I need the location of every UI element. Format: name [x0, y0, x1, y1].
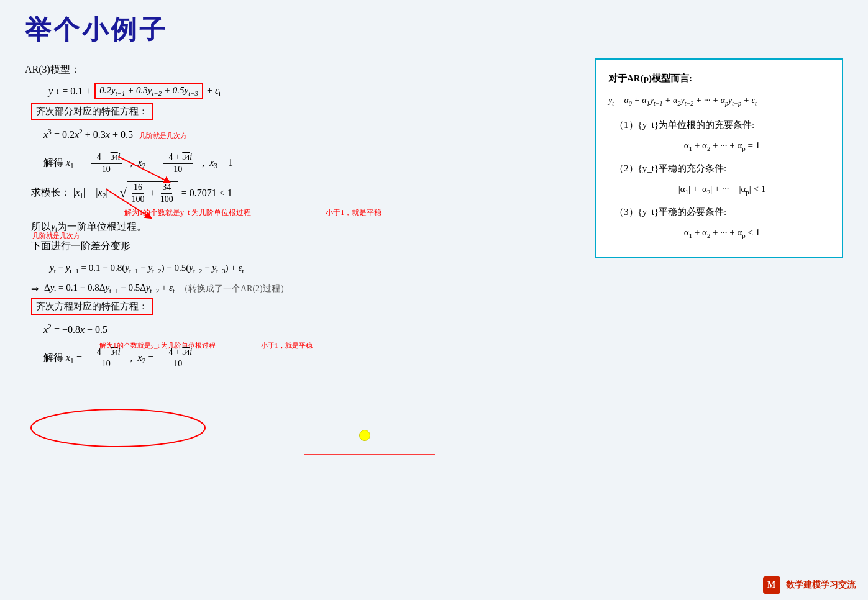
jie-de-label: 解得 x1 = [43, 157, 82, 170]
eq-equals: = 0.1 + [62, 86, 91, 97]
annotation-unit-root: 解为1的个数就是y_t 为几阶单位根过程 [124, 207, 251, 218]
sqrt-content: 16 100 + 34 100 [127, 181, 178, 205]
cond1-label: （1）{y_t}为单位根的的充要条件: [614, 116, 829, 134]
comma1: , x2 = [130, 157, 154, 170]
unit-root-statement: 所以yt为一阶单位根过程。 [31, 220, 576, 234]
right-panel: 对于AR(p)模型而言: yt = α0 + α1yt−1 + α2yt−2 +… [595, 58, 843, 258]
main-equation-row: yt = 0.1 + 0.2yt−1 + 0.3yt−2 + 0.5yt−3 +… [43, 83, 576, 99]
cond3-eq: α1 + α2 + ··· + αp < 1 [614, 224, 829, 242]
char-eq2-red-label: 齐次方程对应的特征方程： [31, 298, 153, 315]
modulus-sqrt: √ 16 100 + 34 100 [120, 181, 178, 205]
equation-start: y [48, 86, 53, 97]
page-title: 举个小例子 [25, 12, 843, 47]
logo-icon: M [763, 576, 780, 594]
left-panel: AR(3)模型： yt = 0.1 + 0.2yt−1 + 0.3yt−2 + … [25, 58, 576, 376]
char-eq2: x2 = −0.8x − 0.5 [43, 319, 576, 340]
frac-16-100: 16 100 [130, 182, 146, 205]
right-title: 对于AR(p)模型而言: [608, 70, 829, 88]
char-eq2-label-row: 齐次方程对应的特征方程： [31, 298, 576, 315]
right-main-eq: yt = α0 + α1yt−1 + α2yt−2 + ··· + αpyt−p… [608, 93, 829, 109]
annotation-stable: 小于1，就是平稳 [326, 207, 381, 218]
x2-num: −4 + 34i [163, 152, 194, 163]
jie-de2-label: 解得 x1 = [43, 352, 82, 365]
right-cond3: （3）{y_t}平稳的必要条件: α1 + α2 + ··· + αp < 1 [614, 203, 829, 242]
x1-fraction: −4 − 34i 10 [91, 152, 122, 175]
annotation-unit-label: 解为1的个数就是y_t 为几阶单位根过程 [99, 341, 216, 350]
cond2-eq: |α1| + |α2| + ··· + |αp| < 1 [614, 180, 829, 199]
frac-34-100: 34 100 [159, 182, 175, 205]
arrow-symbol: ⇒ [31, 283, 39, 294]
logo-text: 数学建模学习交流 [786, 580, 856, 589]
annotation-jici: 几阶就是几次方 [139, 132, 187, 139]
diff-label: 下面进行一阶差分变形 [31, 240, 576, 253]
ar3-label: AR(3)模型： [25, 58, 576, 80]
annotation-jici-label: 几阶就是几次方 [32, 231, 80, 240]
diff-eq2-row: ⇒ Δyt = 0.1 − 0.8Δyt−1 − 0.5Δyt−2 + εt （… [31, 283, 576, 294]
comma1b: , x2 = [130, 352, 154, 365]
ar3-red-box: 0.2yt−1 + 0.3yt−2 + 0.5yt−3 [94, 83, 203, 99]
yellow-dot [359, 430, 370, 441]
x1-num: −4 − 34i [91, 152, 122, 163]
right-cond1: （1）{y_t}为单位根的的充要条件: α1 + α2 + ··· + αp =… [614, 116, 829, 155]
sqrt-symbol: √ [120, 186, 127, 200]
char-equation: x3 = 0.2x2 + 0.3x + 0.5 几阶就是几次方 [43, 124, 576, 145]
x1b-den: 10 [101, 358, 112, 370]
char-eq-label-row: 齐次部分对应的特征方程： [31, 103, 576, 120]
char-eq-red-label: 齐次部分对应的特征方程： [31, 103, 153, 120]
diff-eq1: yt − yt−1 = 0.1 − 0.8(yt−1 − yt−2) − 0.5… [50, 258, 576, 279]
solutions-row: 解得 x1 = −4 − 34i 10 , x2 = −4 + 34i 10 ,… [43, 152, 576, 175]
red-underline-annotation [304, 448, 441, 461]
content-area: AR(3)模型： yt = 0.1 + 0.2yt−1 + 0.3yt−2 + … [25, 58, 843, 376]
x2b-den: 10 [172, 358, 183, 370]
eq-t-sub: t [57, 88, 58, 95]
logo-area: M 数学建模学习交流 [763, 576, 856, 594]
annotation-stable-label: 小于1，就是平稳 [261, 341, 313, 350]
x2-fraction: −4 + 34i 10 [163, 152, 194, 175]
cond1-eq: α1 + α2 + ··· + αp = 1 [614, 137, 829, 155]
page: 举个小例子 AR(3)模型： yt = 0.1 + 0.2yt−1 + 0.3y… [0, 0, 868, 600]
modulus-label: 求模长： |x1| = |x2| = [31, 186, 116, 199]
cond2-label: （2）{y_t}平稳的充分条件: [614, 160, 829, 178]
modulus-annotations: 解为1的个数就是y_t 为几阶单位根过程 小于1，就是平稳 [124, 207, 576, 218]
ar2-note: （转换成了一个AR(2)过程） [180, 283, 289, 294]
comma2: , x3 = 1 [202, 157, 233, 170]
x2-den: 10 [172, 164, 183, 175]
eq-epsilon: + εt [207, 85, 221, 98]
right-cond2: （2）{y_t}平稳的充分条件: |α1| + |α2| + ··· + |αp… [614, 160, 829, 198]
x1-den: 10 [101, 164, 112, 175]
svg-point-0 [31, 409, 205, 447]
modulus-value: = 0.7071 < 1 [181, 188, 232, 199]
red-ellipse-annotation [25, 403, 211, 453]
delta-eq: Δyt = 0.1 − 0.8Δyt−1 − 0.5Δyt−2 + εt [44, 283, 175, 294]
modulus-row: 求模长： |x1| = |x2| = √ 16 100 + 34 100 [31, 181, 576, 205]
cond3-label: （3）{y_t}平稳的必要条件: [614, 203, 829, 221]
